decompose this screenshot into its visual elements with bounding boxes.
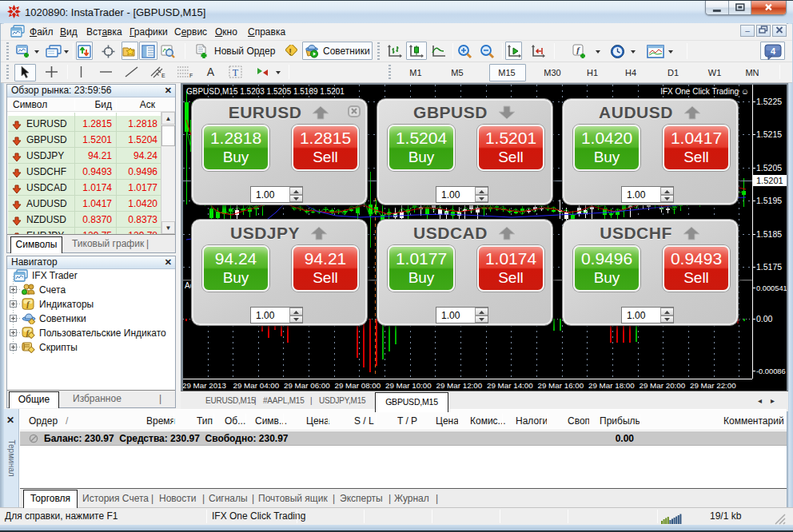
svg-text:29 Mar 16:00: 29 Mar 16:00 — [538, 381, 584, 390]
svg-text:IFX One Click Trading ☺: IFX One Click Trading ☺ — [660, 87, 749, 96]
svg-text:29 Mar 10:00: 29 Mar 10:00 — [385, 381, 432, 390]
svg-text:A: A — [207, 66, 215, 78]
svg-text:1.5225: 1.5225 — [756, 97, 782, 106]
svg-text:1.5175: 1.5175 — [756, 262, 782, 272]
svg-text:29 Mar 14:00: 29 Mar 14:00 — [487, 381, 533, 390]
svg-text:0.000541: 0.000541 — [756, 284, 787, 292]
svg-text:29 Mar 12:00: 29 Mar 12:00 — [436, 381, 483, 390]
svg-text:GBPUSD,M15 1.5203 1.5205 1.51: GBPUSD,M15 1.5203 1.5205 1.5189 1.5201 — [186, 87, 345, 96]
svg-text:F: F — [189, 73, 193, 78]
svg-text:!: ! — [289, 47, 292, 57]
svg-text:0.00: 0.00 — [756, 314, 773, 324]
svg-text:29 Mar 04:00: 29 Mar 04:00 — [233, 381, 280, 390]
svg-text:1.5215: 1.5215 — [756, 129, 782, 139]
svg-text:29 Mar 2013: 29 Mar 2013 — [183, 381, 227, 390]
svg-text:29 Mar 06:00: 29 Mar 06:00 — [284, 381, 330, 390]
svg-text:-0.00086: -0.00086 — [756, 367, 786, 375]
svg-text:29 Mar 08:00: 29 Mar 08:00 — [335, 381, 381, 390]
svg-text:29 Mar 18:00: 29 Mar 18:00 — [588, 381, 635, 390]
svg-text:4: 4 — [771, 46, 776, 56]
svg-text:1.5201: 1.5201 — [756, 176, 783, 185]
svg-text:29 Mar 20:00: 29 Mar 20:00 — [640, 381, 686, 390]
svg-text:29 Mar 22:00: 29 Mar 22:00 — [690, 381, 736, 390]
svg-text:1.5195: 1.5195 — [756, 196, 782, 205]
svg-text:T: T — [233, 67, 239, 78]
svg-text:E: E — [161, 73, 165, 78]
svg-text:1.5205: 1.5205 — [756, 163, 782, 173]
svg-text:1.5185: 1.5185 — [756, 229, 782, 239]
